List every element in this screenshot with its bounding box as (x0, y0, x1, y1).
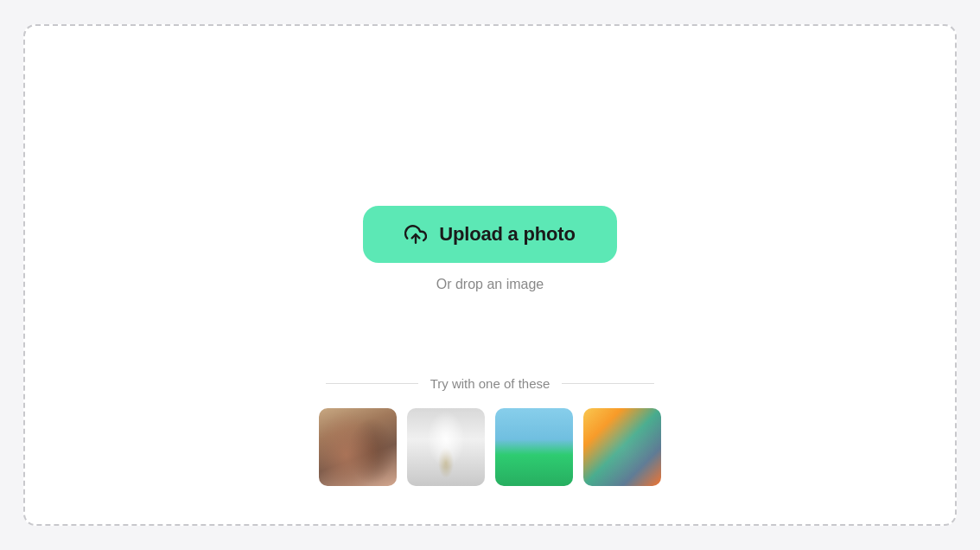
drop-instruction-text: Or drop an image (436, 277, 544, 292)
upload-icon (404, 223, 427, 246)
divider-right (562, 383, 654, 384)
upload-section: Upload a photo Or drop an image (363, 206, 616, 292)
file-drop-zone[interactable]: Upload a photo Or drop an image Try with… (23, 24, 957, 526)
sample-image-4[interactable] (583, 408, 661, 486)
sample-image-1[interactable] (319, 408, 397, 486)
sample-images-row (319, 408, 661, 486)
sample-image-2[interactable] (407, 408, 485, 486)
divider-left (326, 383, 418, 384)
upload-photo-button[interactable]: Upload a photo (363, 206, 616, 263)
sample-section: Try with one of these (25, 376, 955, 486)
sample-image-3[interactable] (495, 408, 573, 486)
upload-button-label: Upload a photo (439, 223, 575, 246)
sample-label: Try with one of these (430, 376, 550, 391)
sample-label-row: Try with one of these (326, 376, 654, 391)
